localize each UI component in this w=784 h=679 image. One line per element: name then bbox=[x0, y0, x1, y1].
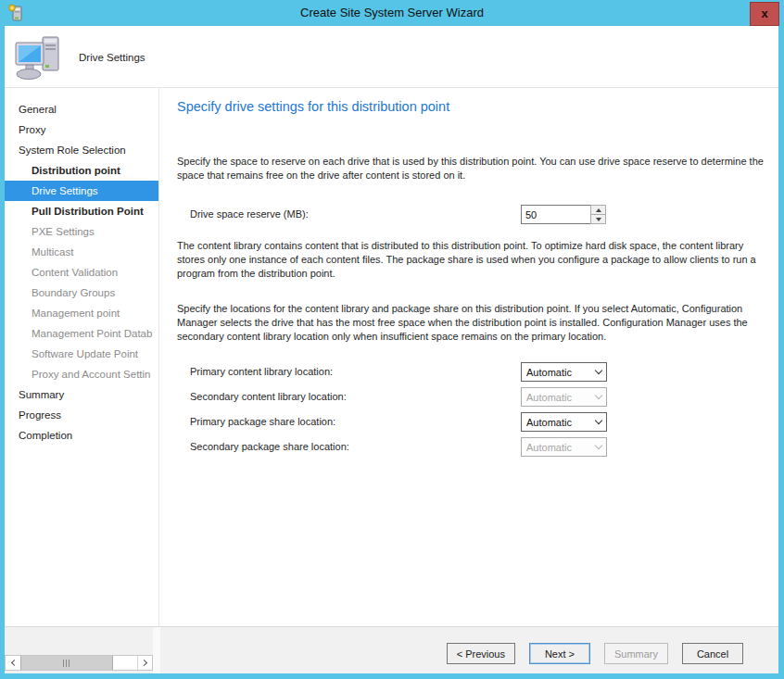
chevron-down-icon bbox=[591, 371, 606, 373]
spinner-up-button[interactable] bbox=[590, 205, 606, 215]
page-title: Drive Settings bbox=[79, 52, 145, 63]
nav-item-management-point-database: Management Point Datab bbox=[5, 323, 158, 344]
nav-item-distribution-point[interactable]: Distribution point bbox=[5, 160, 158, 181]
window-title: Create Site System Server Wizard bbox=[0, 0, 784, 26]
wizard-header: Drive Settings bbox=[5, 26, 778, 88]
content-library-description: The content library contains content tha… bbox=[177, 239, 772, 281]
sidebar-horizontal-scrollbar bbox=[5, 655, 153, 671]
scrollbar-track[interactable] bbox=[113, 656, 137, 670]
secondary-content-library-select: Automatic bbox=[521, 387, 607, 407]
nav-item-management-point: Management point bbox=[5, 303, 158, 323]
dialog-body: Drive Settings General Proxy System Role… bbox=[5, 26, 778, 673]
previous-button[interactable]: < Previous bbox=[447, 643, 515, 664]
nav-item-proxy[interactable]: Proxy bbox=[5, 119, 158, 140]
nav-item-pull-distribution-point[interactable]: Pull Distribution Point bbox=[5, 201, 158, 221]
nav-item-drive-settings[interactable]: Drive Settings bbox=[5, 181, 158, 201]
chevron-left-icon bbox=[10, 660, 17, 666]
secondary-package-share-select: Automatic bbox=[521, 437, 607, 457]
footer-divider bbox=[153, 627, 160, 673]
nav-item-system-role-selection[interactable]: System Role Selection bbox=[5, 140, 158, 160]
primary-package-share-select[interactable]: Automatic bbox=[521, 412, 607, 432]
drive-space-reserve-input[interactable] bbox=[521, 205, 590, 224]
footer-bar: < Previous Next > Summary Cancel bbox=[5, 626, 778, 673]
page-content: Specify drive settings for this distribu… bbox=[159, 88, 778, 626]
nav-item-general[interactable]: General bbox=[5, 99, 158, 119]
nav-item-completion[interactable]: Completion bbox=[5, 425, 158, 446]
wizard-window: Create Site System Server Wizard x Drive… bbox=[0, 0, 784, 679]
nav-item-multicast: Multicast bbox=[5, 242, 158, 262]
nav-item-pxe-settings: PXE Settings bbox=[5, 221, 158, 242]
nav-item-boundary-groups: Boundary Groups bbox=[5, 283, 158, 303]
content-heading: Specify drive settings for this distribu… bbox=[177, 99, 449, 114]
nav-item-summary[interactable]: Summary bbox=[5, 384, 158, 405]
secondary-package-share-label: Secondary package share location: bbox=[190, 441, 349, 452]
scroll-right-button[interactable] bbox=[137, 656, 152, 670]
nav-item-progress[interactable]: Progress bbox=[5, 405, 158, 425]
scrollbar-thumb[interactable] bbox=[20, 656, 113, 670]
secondary-content-library-label: Secondary content library location: bbox=[190, 391, 347, 402]
location-description: Specify the locations for the content li… bbox=[177, 302, 772, 344]
chevron-right-icon bbox=[141, 660, 147, 666]
drive-space-reserve-label: Drive space reserve (MB): bbox=[190, 208, 309, 220]
drive-reserve-description: Specify the space to reserve on each dri… bbox=[177, 155, 772, 182]
up-arrow-icon bbox=[596, 208, 601, 212]
nav-item-software-update-point: Software Update Point bbox=[5, 344, 158, 364]
spinner-down-button[interactable] bbox=[590, 215, 606, 224]
down-arrow-icon bbox=[596, 218, 601, 221]
nav-item-content-validation: Content Validation bbox=[5, 262, 158, 283]
next-button[interactable]: Next > bbox=[529, 643, 590, 664]
nav-item-proxy-account-settings: Proxy and Account Settin bbox=[5, 364, 158, 384]
chevron-down-icon bbox=[591, 421, 606, 423]
summary-button: Summary bbox=[604, 643, 668, 664]
scroll-left-button[interactable] bbox=[6, 656, 20, 670]
chevron-down-icon bbox=[591, 446, 606, 448]
cancel-button[interactable]: Cancel bbox=[682, 643, 743, 664]
computer-icon bbox=[14, 31, 66, 83]
primary-package-share-label: Primary package share location: bbox=[190, 416, 335, 427]
primary-content-library-label: Primary content library location: bbox=[190, 366, 333, 377]
grip-icon bbox=[63, 660, 70, 667]
wizard-nav: General Proxy System Role Selection Dist… bbox=[5, 88, 158, 626]
close-button[interactable]: x bbox=[750, 2, 779, 26]
titlebar: Create Site System Server Wizard x bbox=[0, 0, 784, 26]
drive-space-reserve-spinner bbox=[521, 205, 606, 224]
chevron-down-icon bbox=[591, 396, 606, 398]
button-row: < Previous Next > Summary Cancel bbox=[447, 643, 743, 664]
primary-content-library-select[interactable]: Automatic bbox=[521, 362, 607, 382]
